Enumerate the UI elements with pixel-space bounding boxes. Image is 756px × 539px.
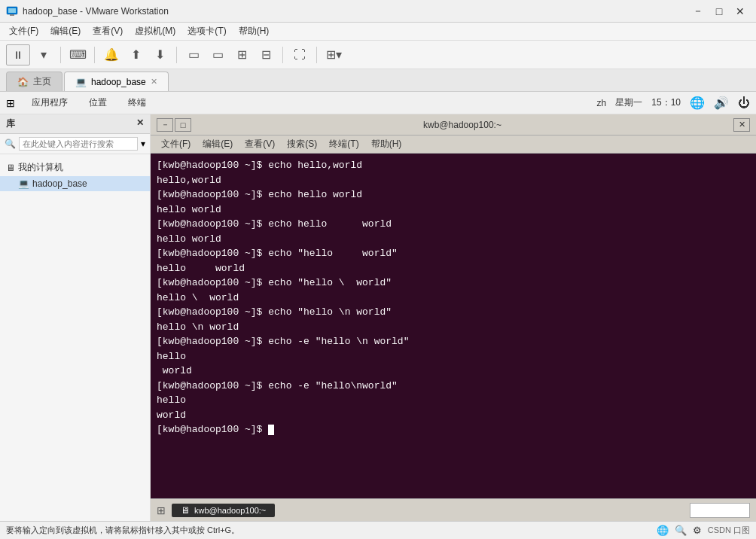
network-icon[interactable]: 🌐 [690, 96, 705, 110]
terminal-line: world [157, 364, 750, 379]
toolbar-btn-1[interactable]: 🔔 [101, 44, 122, 65]
terminal-bottom-icon: ⊞ [157, 504, 166, 516]
terminal-tab-icon: 🖥 [181, 505, 190, 516]
day-indicator: 星期一 [615, 96, 642, 109]
tab-close-icon[interactable]: ✕ [151, 77, 157, 87]
toolbar-sep-3 [176, 47, 177, 63]
nav-location[interactable]: 位置 [84, 95, 111, 111]
term-menu-view[interactable]: 查看(V) [239, 136, 281, 152]
term-menu-edit[interactable]: 编辑(E) [197, 136, 239, 152]
menu-help[interactable]: 帮助(H) [233, 23, 276, 39]
sidebar-header: 库 ✕ [0, 114, 150, 134]
term-menu-file[interactable]: 文件(F) [155, 136, 197, 152]
terminal-cursor [268, 425, 274, 435]
toolbar-btn-2[interactable]: ⬆ [125, 44, 146, 65]
window-controls: － □ ✕ [688, 4, 750, 19]
toolbar-sep-1 [60, 47, 61, 63]
terminal-line: [kwb@hadoop100 ~]$ echo -e "hello\nworld… [157, 379, 750, 394]
toolbar-more[interactable]: ⊞▾ [323, 44, 344, 65]
terminal-line: [kwb@hadoop100 ~]$ echo hello world [157, 187, 750, 203]
terminal-menu: 文件(F) 编辑(E) 查看(V) 搜索(S) 终端(T) 帮助(H) [151, 136, 756, 154]
terminal-line: [kwb@hadoop100 ~]$ echo -e "hello \n wor… [157, 334, 750, 349]
terminal-search-input[interactable] [690, 503, 750, 518]
terminal-line: [kwb@hadoop100 ~]$ echo hello world [157, 217, 750, 232]
terminal-container: － □ kwb@hadoop100:~ ✕ 文件(F) 编辑(E) 查看(V) … [151, 114, 756, 521]
tree-root-label: 我的计算机 [18, 161, 63, 174]
terminal-line: [kwb@hadoop100 ~]$ echo hello,world [157, 158, 750, 173]
terminal-line: [kwb@hadoop100 ~]$ echo "hello world" [157, 246, 750, 261]
maximize-button[interactable]: □ [709, 4, 729, 19]
tree-hadoop-base[interactable]: 💻 hadoop_base [0, 176, 150, 191]
term-menu-search[interactable]: 搜索(S) [281, 136, 323, 152]
nav-apps-icon: ⊞ [6, 97, 15, 109]
sidebar-tree: 🖥 我的计算机 💻 hadoop_base [0, 154, 150, 521]
terminal-bottom-tab[interactable]: 🖥 kwb@hadoop100:~ [172, 504, 275, 517]
terminal-body[interactable]: [kwb@hadoop100 ~]$ echo hello,worldhello… [151, 154, 756, 498]
terminal-line: hello world [157, 203, 750, 218]
terminal-line: hello world [157, 261, 750, 276]
terminal-line: hello,world [157, 173, 750, 188]
tab-hadoop-base[interactable]: 💻 hadoop_base ✕ [64, 72, 169, 91]
tab-bar: 🏠 主页 💻 hadoop_base ✕ [0, 69, 756, 92]
tab-home[interactable]: 🏠 主页 [6, 72, 62, 91]
toolbar-btn-7[interactable]: ⊟ [255, 44, 276, 65]
volume-icon[interactable]: 🔊 [714, 96, 729, 110]
term-menu-terminal[interactable]: 终端(T) [323, 136, 364, 152]
minimize-button[interactable]: － [688, 4, 708, 19]
nav-apps[interactable]: 应用程序 [27, 95, 72, 111]
term-menu-help[interactable]: 帮助(H) [365, 136, 408, 152]
menu-vm[interactable]: 虚拟机(M) [129, 23, 181, 39]
close-button[interactable]: ✕ [730, 4, 750, 19]
toolbar-btn-5[interactable]: ▭ [207, 44, 228, 65]
power-icon[interactable]: ⏻ [738, 96, 750, 110]
terminal-tab-label: kwb@hadoop100:~ [194, 506, 266, 515]
terminal-line: world [157, 408, 750, 423]
vm-tree-icon: 💻 [18, 178, 29, 189]
menu-tabs[interactable]: 选项卡(T) [181, 23, 232, 39]
title-bar: hadoop_base - VMware Workstation － □ ✕ [0, 0, 756, 23]
vmware-menubar: 文件(F) 编辑(E) 查看(V) 虚拟机(M) 选项卡(T) 帮助(H) [0, 23, 756, 41]
toolbar-dropdown[interactable]: ▾ [33, 44, 54, 65]
bottom-network-icon: 🌐 [657, 525, 669, 536]
toolbar-btn-6[interactable]: ⊞ [231, 44, 252, 65]
nav-terminal[interactable]: 终端 [123, 95, 151, 111]
toolbar-btn-4[interactable]: ▭ [183, 44, 204, 65]
menu-file[interactable]: 文件(F) [3, 23, 44, 39]
menu-view[interactable]: 查看(V) [87, 23, 129, 39]
time-indicator: 15：10 [651, 96, 681, 109]
sidebar-title: 库 [6, 118, 15, 129]
fullscreen-button[interactable]: ⛶ [289, 44, 310, 65]
bottom-status-right: 🌐 🔍 ⚙ CSDN 口图 [657, 525, 750, 536]
terminal-win-controls: － □ [157, 118, 191, 132]
terminal-close[interactable]: ✕ [733, 118, 750, 132]
terminal-maximize[interactable]: □ [175, 118, 191, 132]
terminal-minimize[interactable]: － [157, 118, 173, 132]
search-input[interactable] [19, 137, 138, 151]
send-ctrl-alt-del[interactable]: ⌨ [67, 44, 88, 65]
bottom-settings-icon: ⚙ [693, 525, 702, 536]
main-content: 库 ✕ 🔍 ▾ 🖥 我的计算机 💻 hadoop_base － □ [0, 114, 756, 521]
toolbar-sep-5 [316, 47, 317, 63]
terminal-titlebar: － □ kwb@hadoop100:~ ✕ [151, 114, 756, 136]
menu-edit[interactable]: 编辑(E) [44, 23, 87, 39]
terminal-line: hello \ world [157, 291, 750, 306]
terminal-line: [kwb@hadoop100 ~]$ echo "hello \ world" [157, 276, 750, 291]
lang-indicator: zh [597, 98, 607, 108]
bottom-search-icon: 🔍 [675, 525, 687, 536]
toolbar-btn-3[interactable]: ⬇ [149, 44, 170, 65]
pause-button[interactable]: ⏸ [6, 44, 30, 65]
svg-rect-1 [8, 8, 16, 13]
terminal-line: hello world [157, 232, 750, 247]
sidebar-close[interactable]: ✕ [136, 117, 144, 128]
bottom-status: 要将输入定向到该虚拟机，请将鼠标指针移入其中或按 Ctrl+G。 🌐 🔍 ⚙ C… [0, 521, 756, 539]
terminal-line: [kwb@hadoop100 ~]$ echo "hello \n world" [157, 305, 750, 320]
toolbar-sep-2 [94, 47, 95, 63]
tree-root[interactable]: 🖥 我的计算机 [0, 159, 150, 176]
status-area: zh 星期一 15：10 🌐 🔊 ⏻ [597, 96, 750, 110]
vm-icon: 💻 [75, 77, 87, 87]
computer-icon: 🖥 [6, 163, 15, 173]
tree-hadoop-label: hadoop_base [32, 178, 87, 189]
tab-home-label: 主页 [33, 75, 51, 88]
search-dropdown-icon[interactable]: ▾ [141, 139, 145, 149]
home-icon: 🏠 [17, 77, 29, 87]
